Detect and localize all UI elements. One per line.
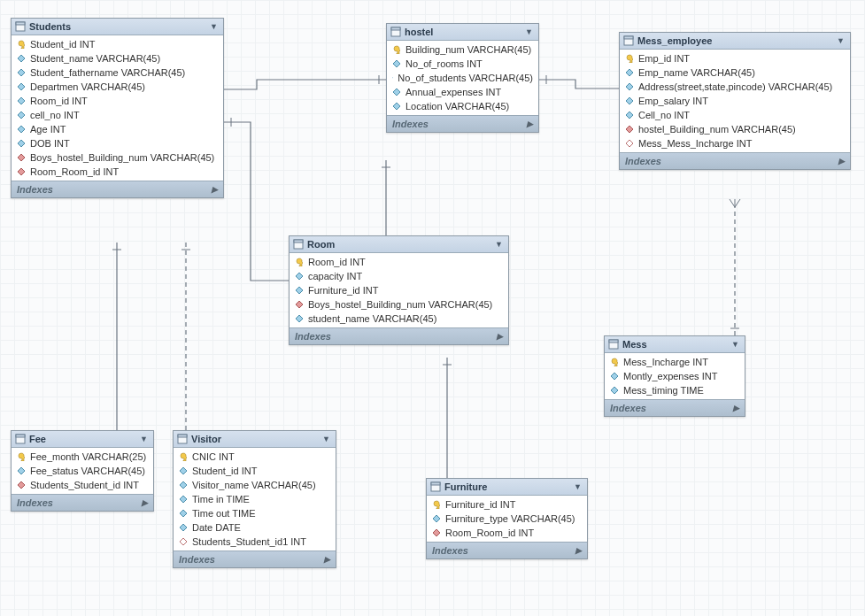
column-row[interactable]: hostel_Building_num VARCHAR(45): [620, 122, 850, 136]
collapse-icon[interactable]: ▼: [495, 240, 503, 249]
entity-columns: Fee_month VARCHAR(25)Fee_status VARCHAR(…: [12, 448, 153, 494]
entity-mess_employee[interactable]: Mess_employee▼Emp_id INTEmp_name VARCHAR…: [619, 32, 851, 170]
column-icon: [17, 111, 26, 119]
indexes-section[interactable]: Indexes▶: [427, 542, 587, 558]
column-icon: [295, 286, 304, 295]
collapse-icon[interactable]: ▼: [731, 340, 739, 349]
key-icon: [17, 452, 26, 461]
column-row[interactable]: Location VARCHAR(45): [387, 99, 538, 113]
table-icon: [293, 239, 304, 250]
column-row[interactable]: CNIC INT: [174, 450, 336, 464]
column-row[interactable]: Annual_expenses INT: [387, 85, 538, 99]
indexes-label: Indexes: [295, 331, 331, 342]
entity-students[interactable]: Students▼Student_id INTStudent_name VARC…: [11, 18, 224, 198]
column-row[interactable]: Boys_hostel_Building_num VARCHAR(45): [290, 297, 508, 312]
entity-room[interactable]: Room▼Room_id INTcapacity INTFurniture_id…: [289, 235, 509, 345]
expand-arrow-icon: ▶: [212, 185, 218, 194]
column-row[interactable]: Room_id INT: [12, 94, 223, 108]
column-row[interactable]: Fee_status VARCHAR(45): [12, 464, 153, 478]
entity-visitor[interactable]: Visitor▼CNIC INTStudent_id INTVisitor_na…: [173, 430, 336, 568]
entity-title: hostel: [405, 27, 521, 37]
column-row[interactable]: student_name VARCHAR(45): [290, 312, 508, 326]
entity-header[interactable]: hostel▼: [387, 24, 538, 41]
column-row[interactable]: Time out TIME: [174, 506, 336, 520]
column-label: Student_fathername VARCHAR(45): [30, 67, 185, 78]
entity-mess[interactable]: Mess▼Mess_Incharge INTMontly_expenses IN…: [604, 335, 745, 417]
indexes-label: Indexes: [392, 119, 429, 129]
collapse-icon[interactable]: ▼: [525, 27, 533, 36]
column-row[interactable]: Room_id INT: [290, 255, 508, 269]
column-row[interactable]: Emp_salary INT: [620, 94, 850, 108]
entity-header[interactable]: Mess_employee▼: [620, 33, 850, 50]
column-row[interactable]: Students_Student_id INT: [12, 478, 153, 492]
column-row[interactable]: Emp_id INT: [620, 51, 850, 65]
column-row[interactable]: Cell_no INT: [620, 108, 850, 122]
column-row[interactable]: Furniture_id INT: [427, 497, 587, 512]
column-row[interactable]: Student_fathername VARCHAR(45): [12, 65, 223, 80]
column-row[interactable]: DOB INT: [12, 136, 223, 150]
entity-furniture[interactable]: Furniture▼Furniture_id INTFurniture_type…: [426, 478, 588, 559]
indexes-section[interactable]: Indexes▶: [605, 399, 745, 416]
entity-fee[interactable]: Fee▼Fee_month VARCHAR(25)Fee_status VARC…: [11, 430, 154, 512]
column-row[interactable]: No_of_students VARCHAR(45): [387, 71, 538, 85]
entity-title: Students: [29, 21, 206, 32]
indexes-section[interactable]: Indexes▶: [12, 181, 223, 197]
column-row[interactable]: Visitor_name VARCHAR(45): [174, 478, 336, 492]
column-row[interactable]: Departmen VARCHAR(45): [12, 80, 223, 94]
column-row[interactable]: Mess_timing TIME: [605, 383, 745, 397]
collapse-icon[interactable]: ▼: [140, 435, 148, 443]
fk-icon: [17, 481, 26, 489]
column-row[interactable]: Room_Room_id INT: [12, 165, 223, 179]
column-row[interactable]: Emp_name VARCHAR(45): [620, 65, 850, 80]
column-row[interactable]: capacity INT: [290, 269, 508, 283]
column-row[interactable]: Date DATE: [174, 520, 336, 535]
entity-header[interactable]: Students▼: [12, 19, 223, 35]
column-row[interactable]: Student_id INT: [12, 37, 223, 51]
entity-header[interactable]: Furniture▼: [427, 479, 587, 496]
indexes-section[interactable]: Indexes▶: [290, 327, 508, 344]
column-row[interactable]: Fee_month VARCHAR(25): [12, 450, 153, 464]
column-row[interactable]: Students_Student_id1 INT: [174, 535, 336, 549]
key-icon: [432, 500, 441, 509]
entity-header[interactable]: Room▼: [290, 236, 508, 253]
column-row[interactable]: Room_Room_id INT: [427, 526, 587, 540]
column-row[interactable]: Student_id INT: [174, 464, 336, 478]
collapse-icon[interactable]: ▼: [322, 435, 330, 443]
column-row[interactable]: Mess_Mess_Incharge INT: [620, 136, 850, 150]
column-row[interactable]: Time in TIME: [174, 492, 336, 506]
column-label: Building_num VARCHAR(45): [405, 44, 531, 55]
column-row[interactable]: Building_num VARCHAR(45): [387, 42, 538, 57]
collapse-icon[interactable]: ▼: [210, 22, 218, 31]
column-label: capacity INT: [308, 271, 362, 281]
column-row[interactable]: Address(street,state,pincode) VARCHAR(45…: [620, 80, 850, 94]
indexes-section[interactable]: Indexes▶: [12, 494, 153, 511]
entity-header[interactable]: Visitor▼: [174, 431, 336, 448]
column-icon: [179, 466, 188, 475]
table-icon: [15, 434, 26, 444]
column-row[interactable]: No_of_rooms INT: [387, 57, 538, 71]
expand-arrow-icon: ▶: [497, 332, 503, 341]
column-icon: [17, 82, 26, 91]
indexes-section[interactable]: Indexes▶: [387, 115, 538, 132]
column-row[interactable]: Boys_hostel_Building_num VARCHAR(45): [12, 150, 223, 165]
entity-hostel[interactable]: hostel▼Building_num VARCHAR(45)No_of_roo…: [386, 23, 539, 133]
indexes-section[interactable]: Indexes▶: [620, 152, 850, 169]
column-row[interactable]: Mess_Incharge INT: [605, 355, 745, 369]
indexes-section[interactable]: Indexes▶: [174, 551, 336, 567]
table-icon: [177, 434, 188, 444]
column-row[interactable]: Furniture_type VARCHAR(45): [427, 512, 587, 526]
svg-line-29: [730, 199, 735, 207]
collapse-icon[interactable]: ▼: [837, 36, 845, 45]
column-row[interactable]: cell_no INT: [12, 108, 223, 122]
column-row[interactable]: Montly_expenses INT: [605, 369, 745, 383]
expand-arrow-icon: ▶: [142, 498, 148, 507]
column-row[interactable]: Student_name VARCHAR(45): [12, 51, 223, 65]
indexes-label: Indexes: [610, 403, 646, 413]
collapse-icon[interactable]: ▼: [574, 482, 582, 491]
column-row[interactable]: Furniture_id INT: [290, 283, 508, 297]
column-row[interactable]: Age INT: [12, 122, 223, 136]
entity-header[interactable]: Mess▼: [605, 336, 745, 353]
fk-icon: [17, 167, 26, 176]
fk-icon: [295, 300, 304, 309]
entity-header[interactable]: Fee▼: [12, 431, 153, 448]
